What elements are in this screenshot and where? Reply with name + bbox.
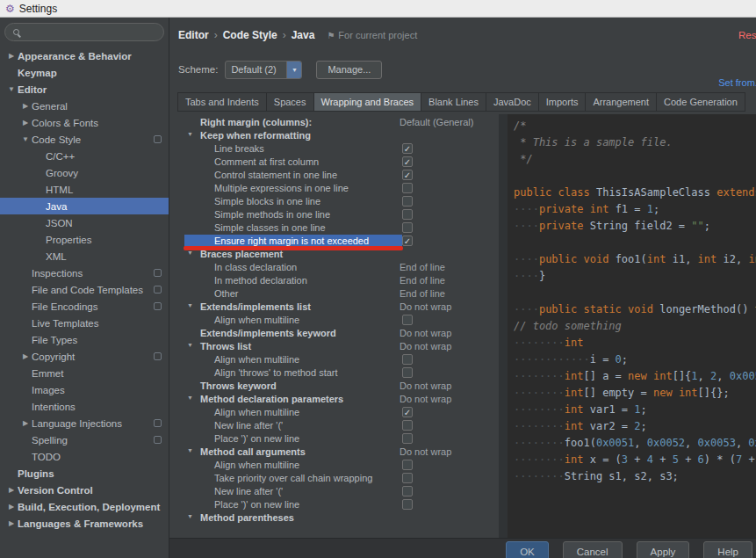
setting-row-method-parentheses[interactable]: ▼Method parentheses [169,511,508,525]
checkbox-simple-methods-in-one-line[interactable] [402,209,413,220]
sidebar-item-languages-frameworks[interactable]: ▶Languages & Frameworks [0,515,169,532]
sidebar-item-code-style[interactable]: ▼Code Style [0,131,169,148]
value-right-margin-columns[interactable]: Default (General) [400,117,473,127]
sidebar-item-todo[interactable]: TODO [0,448,169,465]
sidebar-item-editor[interactable]: ▼Editor [0,81,169,98]
checkbox-place-on-new-line[interactable] [402,499,413,510]
checkbox-take-priority-over-call-chain-wrapping[interactable] [402,473,413,483]
chevron-right-icon[interactable]: ▶ [5,486,18,494]
chevron-down-icon[interactable]: ▼ [187,302,193,308]
apply-button[interactable]: Apply [637,541,690,558]
setting-row-new-line-after[interactable]: New line after '(' [169,419,508,432]
sidebar-item-spelling[interactable]: Spelling [0,431,169,448]
set-from-link[interactable]: Set from... [718,77,756,88]
setting-row-right-margin-columns[interactable]: Right margin (columns):Default (General) [169,116,508,129]
setting-row-method-declaration-parameters[interactable]: ▼Method declaration parametersDo not wra… [169,393,508,406]
ok-button[interactable]: OK [506,541,549,558]
setting-row-simple-blocks-in-one-line[interactable]: Simple blocks in one line [169,195,508,208]
value-method-declaration-parameters[interactable]: Do not wrap [400,394,451,404]
chevron-down-icon[interactable]: ▼ [187,342,193,348]
sidebar-item-html[interactable]: HTML [0,181,169,198]
tab-wrapping-and-braces[interactable]: Wrapping and Braces [313,92,422,112]
sidebar-item-groovy[interactable]: Groovy [0,164,169,181]
setting-row-other[interactable]: OtherEnd of line [169,287,508,301]
checkbox-new-line-after[interactable] [402,486,413,496]
sidebar-item-file-types[interactable]: File Types [0,331,169,348]
sidebar-item-intentions[interactable]: Intentions [0,398,169,415]
setting-row-control-statement-in-one-line[interactable]: Control statement in one line✓ [169,169,508,182]
value-extends-implements-list[interactable]: Do not wrap [400,301,451,312]
sidebar-item-inspections[interactable]: Inspections [0,265,169,281]
checkbox-comment-at-first-column[interactable]: ✓ [402,156,413,167]
sidebar-item-c-c[interactable]: C/C++ [0,148,169,164]
sidebar-item-live-templates[interactable]: Live Templates [0,315,169,331]
chevron-down-icon[interactable]: ▼ [19,135,32,143]
sidebar-item-images[interactable]: Images [0,381,169,398]
tab-javadoc[interactable]: JavaDoc [486,92,539,112]
setting-row-align-throws-to-method-start[interactable]: Align 'throws' to method start [169,366,508,380]
value-throws-keyword[interactable]: Do not wrap [400,380,451,391]
scheme-dropdown[interactable]: Default (2) ▼ [225,61,302,79]
setting-row-new-line-after[interactable]: New line after '(' [169,485,508,498]
setting-row-multiple-expressions-in-one-line[interactable]: Multiple expressions in one line [169,182,508,195]
reset-link[interactable]: Reset [738,30,756,40]
settings-scrollbar[interactable] [499,114,508,538]
setting-row-method-call-arguments[interactable]: ▼Method call argumentsDo not wrap [169,446,508,459]
chevron-down-icon[interactable]: ▼ [187,447,193,453]
breadcrumb-code-style[interactable]: Code Style [223,29,277,41]
checkbox-control-statement-in-one-line[interactable]: ✓ [402,170,413,180]
tab-spaces[interactable]: Spaces [266,92,314,112]
setting-row-simple-classes-in-one-line[interactable]: Simple classes in one line [169,221,508,235]
checkbox-multiple-expressions-in-one-line[interactable] [402,183,413,193]
sidebar-item-json[interactable]: JSON [0,214,169,231]
chevron-down-icon[interactable]: ▼ [187,250,193,256]
chevron-right-icon[interactable]: ▶ [5,503,18,511]
value-method-call-arguments[interactable]: Do not wrap [400,446,451,457]
setting-row-in-method-declaration[interactable]: In method declarationEnd of line [169,274,508,287]
chevron-right-icon[interactable]: ▶ [5,52,18,60]
titlebar[interactable]: ⚙ Settings [0,0,756,18]
checkbox-align-when-multiline[interactable] [402,460,413,470]
sidebar-item-file-and-code-templates[interactable]: File and Code Templates [0,281,169,298]
setting-row-throws-keyword[interactable]: Throws keywordDo not wrap [169,380,508,393]
chevron-down-icon[interactable]: ▼ [187,513,193,519]
chevron-down-icon[interactable]: ▼ [187,395,193,401]
sidebar-item-copyright[interactable]: ▶Copyright [0,348,169,365]
checkbox-align-when-multiline[interactable]: ✓ [402,407,413,417]
setting-row-place-on-new-line[interactable]: Place ')' on new line [169,432,508,446]
value-extends-implements-keyword[interactable]: Do not wrap [400,328,451,338]
setting-row-align-when-multiline[interactable]: Align when multiline [169,353,508,366]
setting-row-place-on-new-line[interactable]: Place ')' on new line [169,498,508,511]
manage-button[interactable]: Manage... [316,61,382,79]
sidebar-item-properties[interactable]: Properties [0,231,169,248]
chevron-right-icon[interactable]: ▶ [19,419,32,427]
sidebar-item-general[interactable]: ▶General [0,98,169,114]
sidebar-item-java[interactable]: Java [0,198,169,214]
setting-row-comment-at-first-column[interactable]: Comment at first column✓ [169,156,508,169]
checkbox-align-when-multiline[interactable] [402,354,413,365]
sidebar-item-build-execution-deployment[interactable]: ▶Build, Execution, Deployment [0,498,169,515]
sidebar-item-version-control[interactable]: ▶Version Control [0,482,169,498]
value-in-class-declaration[interactable]: End of line [400,262,445,272]
checkbox-simple-classes-in-one-line[interactable] [402,222,413,233]
sidebar-item-xml[interactable]: XML [0,248,169,265]
setting-row-take-priority-over-call-chain-wrapping[interactable]: Take priority over call chain wrapping [169,472,508,485]
value-throws-list[interactable]: Do not wrap [400,341,451,351]
checkbox-line-breaks[interactable]: ✓ [402,143,413,154]
search-input[interactable] [25,26,155,39]
tab-code-generation[interactable]: Code Generation [656,92,745,112]
setting-row-align-when-multiline[interactable]: Align when multiline [169,459,508,472]
chevron-right-icon[interactable]: ▶ [19,119,32,127]
setting-row-keep-when-reformatting[interactable]: ▼Keep when reformatting [169,129,508,142]
help-button[interactable]: Help [703,541,752,558]
checkbox-simple-blocks-in-one-line[interactable] [402,196,413,207]
sidebar-item-file-encodings[interactable]: File Encodings [0,298,169,315]
setting-row-throws-list[interactable]: ▼Throws listDo not wrap [169,340,508,353]
sidebar-item-keymap[interactable]: Keymap [0,64,169,81]
checkbox-place-on-new-line[interactable] [402,433,413,444]
sidebar-item-language-injections[interactable]: ▶Language Injections [0,415,169,431]
breadcrumb-editor[interactable]: Editor [178,29,209,41]
checkbox-align-throws-to-method-start[interactable] [402,367,413,378]
checkbox-new-line-after[interactable] [402,420,413,431]
setting-row-extends-implements-list[interactable]: ▼Extends/implements listDo not wrap [169,301,508,314]
